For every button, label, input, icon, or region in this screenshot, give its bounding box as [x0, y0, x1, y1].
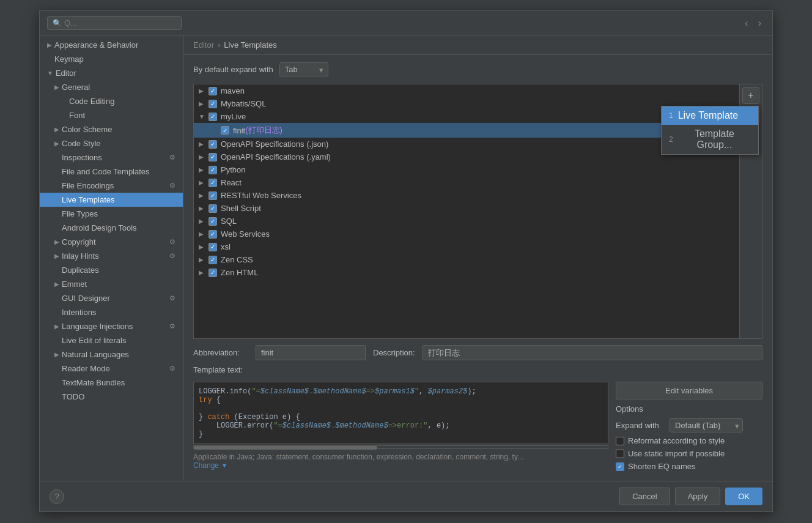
nav-forward-button[interactable]: ›	[755, 17, 765, 30]
sidebar-item-gui-designer[interactable]: ▶ GUI Designer ⚙	[40, 291, 183, 305]
sidebar-item-language-injections[interactable]: ▶ Language Injections ⚙	[40, 319, 183, 333]
list-item-openapi-json[interactable]: ▶ OpenAPI Specifications (.json)	[194, 138, 739, 150]
list-item-web-services[interactable]: ▶ Web Services	[194, 228, 739, 240]
dropdown-item-live-template[interactable]: 1 Live Template	[662, 106, 758, 125]
sidebar-item-intentions[interactable]: ▶ Intentions	[40, 305, 183, 319]
list-item-openapi-yaml[interactable]: ▶ OpenAPI Specifications (.yaml)	[194, 150, 739, 163]
list-item-python[interactable]: ▶ Python	[194, 163, 739, 176]
breadcrumb-parent: Editor	[193, 40, 214, 50]
list-item-xsl[interactable]: ▶ xsl	[194, 240, 739, 253]
sidebar-item-live-edit[interactable]: ▶ Live Edit of literals	[40, 333, 183, 347]
list-item-mylive[interactable]: ▼ myLive	[194, 110, 739, 123]
checkbox-react[interactable]	[209, 179, 217, 187]
sidebar-item-editor[interactable]: ▼ Editor	[40, 66, 183, 80]
checkbox-xsl[interactable]	[209, 243, 217, 251]
expand-with-select[interactable]: Default (Tab) Tab Enter	[670, 418, 743, 432]
abbreviation-input[interactable]	[256, 345, 366, 360]
shorten-eq-checkbox[interactable]	[616, 462, 624, 471]
list-item-zen-css[interactable]: ▶ Zen CSS	[194, 253, 739, 266]
checkbox-zen-css[interactable]	[209, 256, 217, 264]
search-input[interactable]	[64, 18, 174, 28]
list-item-maven[interactable]: ▶ maven	[194, 84, 739, 97]
sidebar-item-inspections[interactable]: ▶ Inspections ⚙	[40, 150, 183, 165]
checkbox-openapi-json[interactable]	[209, 140, 217, 149]
nav-arrows: ‹ ›	[741, 17, 765, 30]
list-item-shell[interactable]: ▶ Shell Script	[194, 202, 739, 215]
ok-button[interactable]: OK	[725, 488, 762, 505]
list-item-mybatis[interactable]: ▶ Mybatis/SQL	[194, 97, 739, 110]
checkbox-finit[interactable]	[221, 126, 229, 135]
list-item-finit[interactable]: finit (打印日志)	[194, 123, 739, 138]
breadcrumb-separator: ›	[218, 40, 220, 50]
expand-row: By default expand with Tab Enter Space	[193, 62, 762, 76]
dropdown-label-live-template: Live Template	[678, 110, 738, 121]
sidebar-item-inlay-hints[interactable]: ▶ Inlay Hints ⚙	[40, 249, 183, 263]
chevron-icon: ▶	[54, 126, 59, 133]
checkbox-shell[interactable]	[209, 204, 217, 213]
nav-back-button[interactable]: ‹	[741, 17, 751, 30]
checkbox-openapi-yaml[interactable]	[209, 153, 217, 161]
static-import-checkbox-row[interactable]: Use static import if possible	[616, 449, 762, 458]
sidebar-item-duplicates[interactable]: ▶ Duplicates	[40, 263, 183, 277]
checkbox-web-services[interactable]	[209, 230, 217, 239]
expand-select[interactable]: Tab Enter Space	[279, 62, 328, 76]
reformat-checkbox[interactable]	[616, 437, 624, 445]
code-line-5: LOGGER.error("=$className$.$methodName$=…	[199, 421, 603, 430]
list-item-react[interactable]: ▶ React	[194, 176, 739, 189]
checkbox-python[interactable]	[209, 166, 217, 174]
sidebar-item-emmet[interactable]: ▶ Emmet	[40, 277, 183, 291]
sidebar-item-appearance[interactable]: ▶ Appearance & Behavior	[40, 38, 183, 52]
sidebar-item-natural-languages[interactable]: ▶ Natural Languages	[40, 347, 183, 362]
apply-button[interactable]: Apply	[675, 488, 721, 505]
sidebar-item-copyright[interactable]: ▶ Copyright ⚙	[40, 235, 183, 249]
description-input[interactable]	[423, 345, 762, 360]
checkbox-restful[interactable]	[209, 191, 217, 200]
sidebar-item-general[interactable]: ▶ General	[40, 80, 183, 94]
chevron-icon: ▼	[199, 113, 206, 120]
sidebar-item-todo[interactable]: ▶ TODO	[40, 390, 183, 404]
list-item-restful[interactable]: ▶ RESTful Web Services	[194, 189, 739, 202]
dropdown-item-template-group[interactable]: 2 Template Group...	[662, 125, 758, 154]
sidebar-item-color-scheme[interactable]: ▶ Color Scheme	[40, 122, 183, 136]
checkbox-sql[interactable]	[209, 217, 217, 226]
shorten-eq-checkbox-row[interactable]: Shorten EQ names	[616, 462, 762, 471]
scrollbar-thumb	[194, 446, 377, 450]
help-button[interactable]: ?	[50, 489, 64, 504]
sidebar-item-reader-mode[interactable]: ▶ Reader Mode ⚙	[40, 362, 183, 376]
chevron-icon: ▶	[199, 179, 206, 186]
cancel-button[interactable]: Cancel	[619, 488, 670, 505]
list-item-sql[interactable]: ▶ SQL	[194, 215, 739, 228]
sidebar-item-live-templates[interactable]: ▶ Live Templates	[40, 193, 183, 207]
template-list: ▶ maven ▶ Mybatis/SQL ▼	[193, 84, 740, 339]
applicable-row: Applicable in Java; Java: statement, con…	[193, 453, 608, 461]
sidebar-item-code-editing[interactable]: ▶ Code Editing	[40, 94, 183, 108]
search-box[interactable]: 🔍	[47, 16, 182, 30]
dropdown-label-template-group: Template Group...	[678, 128, 751, 150]
code-line-6: }	[199, 430, 603, 439]
list-item-zen-html[interactable]: ▶ Zen HTML	[194, 266, 739, 279]
sidebar-item-android-design[interactable]: ▶ Android Design Tools	[40, 221, 183, 235]
sidebar-item-font[interactable]: ▶ Font	[40, 108, 183, 122]
sidebar-item-file-code-templates[interactable]: ▶ File and Code Templates	[40, 165, 183, 179]
settings-icon: ⚙	[169, 182, 175, 190]
change-link[interactable]: Change	[193, 461, 219, 470]
edit-variables-button[interactable]: Edit variables	[616, 382, 762, 399]
add-button[interactable]: + 1 Live Template 2 Template Group...	[742, 87, 759, 104]
sidebar-item-file-encodings[interactable]: ▶ File Encodings ⚙	[40, 179, 183, 193]
checkbox-zen-html[interactable]	[209, 269, 217, 277]
sidebar: ▶ Appearance & Behavior ▶ Keymap ▼ Edito…	[40, 35, 183, 481]
code-scrollbar[interactable]	[193, 445, 608, 449]
sidebar-item-keymap[interactable]: ▶ Keymap	[40, 52, 183, 66]
checkbox-mylive[interactable]	[209, 113, 217, 121]
code-editor[interactable]: LOGGER.info("=$className$.$methodName$=>…	[193, 382, 608, 444]
checkbox-maven[interactable]	[209, 87, 217, 95]
sidebar-item-textmate[interactable]: ▶ TextMate Bundles	[40, 376, 183, 390]
sidebar-item-code-style[interactable]: ▶ Code Style	[40, 136, 183, 150]
reformat-checkbox-row[interactable]: Reformat according to style	[616, 436, 762, 445]
sidebar-item-file-types[interactable]: ▶ File Types	[40, 207, 183, 221]
chevron-icon: ▶	[54, 253, 59, 259]
checkbox-mybatis[interactable]	[209, 100, 217, 108]
breadcrumb: Editor › Live Templates	[183, 35, 772, 55]
static-import-checkbox[interactable]	[616, 450, 624, 458]
chevron-icon: ▶	[199, 154, 206, 160]
